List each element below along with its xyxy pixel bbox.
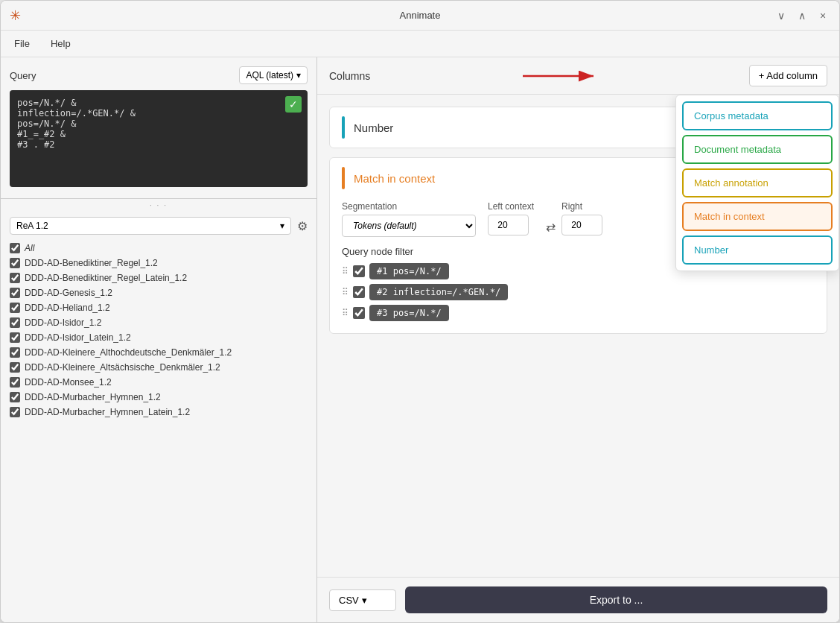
number-type-button[interactable]: Number (682, 235, 833, 265)
right-context-label: Right (561, 201, 602, 212)
corpus-checkbox[interactable] (10, 288, 20, 298)
list-item[interactable]: DDD-AD-Isidor_Latein_1.2 (10, 330, 308, 345)
maximize-button[interactable]: ∧ (795, 10, 809, 22)
match-annotation-button[interactable]: Match annotation (682, 168, 833, 197)
swap-icon[interactable]: ⇄ (546, 220, 556, 234)
drag-handle-icon[interactable]: ⠿ (342, 266, 349, 276)
corpus-label: DDD-AD-Monsee_1.2 (25, 377, 112, 388)
export-button[interactable]: Export to ... (405, 586, 827, 613)
qnf-tag-1: #1 pos=/N.*/ (369, 263, 449, 279)
query-section: Query AQL (latest) ▾ pos=/N.*/ & inflect… (1, 57, 316, 199)
list-item[interactable]: DDD-AD-Benediktiner_Regel_Latein_1.2 (10, 271, 308, 285)
qnf-tag-2: #2 inflection=/.*GEN.*/ (369, 284, 508, 300)
window-controls: ∨ ∧ × (774, 10, 830, 22)
list-item[interactable]: DDD-AD-Murbacher_Hymnen_1.2 (10, 390, 308, 405)
query-input[interactable]: pos=/N.*/ & inflection=/.*GEN.*/ & pos=/… (10, 90, 308, 187)
list-item[interactable]: DDD-AD-Kleinere_Altsächsische_Denkmäler_… (10, 360, 308, 375)
corpus-label: DDD-AD-Kleinere_Altsächsische_Denkmäler_… (25, 362, 220, 373)
close-button[interactable]: × (815, 10, 830, 22)
aql-dropdown[interactable]: AQL (latest) ▾ (239, 66, 308, 84)
drag-handle-icon[interactable]: ⠿ (342, 308, 349, 318)
corpus-label: DDD-AD-Benediktiner_Regel_Latein_1.2 (25, 273, 187, 283)
corpus-checkbox-all[interactable] (10, 243, 20, 253)
right-panel: Columns + Add column (317, 57, 839, 622)
corpus-checkbox[interactable] (10, 303, 20, 313)
query-validate-button[interactable]: ✓ (285, 96, 302, 113)
mic-title: Match in context (354, 172, 435, 185)
mic-stripe (342, 167, 345, 189)
corpus-chevron-icon: ▾ (280, 221, 284, 231)
qnf-items: ⠿ #1 pos=/N.*/ ⠿ #2 inflection=/.*GEN.*/ (342, 263, 815, 321)
corpus-label: DDD-AD-Benediktiner_Regel_1.2 (25, 258, 158, 268)
document-metadata-button[interactable]: Document metadata (682, 135, 833, 164)
list-item[interactable]: DDD-AD-Monsee_1.2 (10, 375, 308, 390)
corpus-metadata-button[interactable]: Corpus metadata (682, 101, 833, 130)
column-type-dropdown: Corpus metadata Document metadata Match … (675, 95, 839, 271)
segmentation-label: Segmentation (342, 201, 476, 212)
list-item[interactable]: DDD-AD-Benediktiner_Regel_1.2 (10, 256, 308, 271)
list-item[interactable]: DDD-AD-Heliand_1.2 (10, 300, 308, 315)
match-in-context-button[interactable]: Match in context (682, 202, 833, 231)
left-context-label: Left context (488, 201, 534, 212)
qnf-item-3: ⠿ #3 pos=/N.*/ (342, 305, 815, 321)
corpus-checkbox[interactable] (10, 392, 20, 402)
corpus-item-all[interactable]: All (10, 241, 308, 256)
corpus-checkbox[interactable] (10, 332, 20, 343)
add-column-label: + Add column (759, 70, 818, 81)
menu-file[interactable]: File (10, 35, 34, 52)
app-logo: ✳ (10, 7, 21, 24)
title-bar: ✳ Annimate ∨ ∧ × (1, 1, 839, 31)
format-chevron-icon: ▾ (362, 595, 367, 606)
corpus-list: All DDD-AD-Benediktiner_Regel_1.2 DDD-AD… (10, 241, 308, 616)
menu-bar: File Help (1, 31, 839, 57)
add-column-button[interactable]: + Add column (749, 65, 827, 86)
main-layout: Query AQL (latest) ▾ pos=/N.*/ & inflect… (1, 57, 839, 622)
menu-help[interactable]: Help (46, 35, 75, 52)
corpus-checkbox[interactable] (10, 317, 20, 328)
swap-wrap: ⇄ Right (546, 201, 602, 235)
list-item[interactable]: DDD-AD-Murbacher_Hymnen_Latein_1.2 (10, 405, 308, 420)
left-panel: Query AQL (latest) ▾ pos=/N.*/ & inflect… (1, 57, 317, 622)
segmentation-field: Segmentation Tokens (default) (342, 201, 476, 237)
export-format-dropdown[interactable]: CSV ▾ (329, 589, 396, 611)
list-item[interactable]: DDD-AD-Kleinere_Althochdeutsche_Denkmäle… (10, 345, 308, 360)
corpus-checkbox[interactable] (10, 362, 20, 373)
minimize-button[interactable]: ∨ (774, 10, 789, 22)
qnf-checkbox-1[interactable] (353, 265, 365, 277)
corpus-label: DDD-AD-Heliand_1.2 (25, 303, 110, 313)
corpus-checkbox[interactable] (10, 347, 20, 358)
corpus-checkbox[interactable] (10, 258, 20, 268)
right-context-field: Right (561, 201, 602, 235)
qnf-tag-3: #3 pos=/N.*/ (369, 305, 449, 321)
corpus-header: ReA 1.2 ▾ ⚙ (10, 217, 308, 235)
list-item[interactable]: DDD-AD-Isidor_1.2 (10, 315, 308, 330)
left-context-input[interactable] (488, 215, 529, 235)
corpus-label-all: All (25, 243, 34, 253)
qnf-checkbox-3[interactable] (353, 307, 365, 319)
qnf-checkbox-2[interactable] (353, 286, 365, 298)
corpus-settings-icon[interactable]: ⚙ (297, 219, 308, 233)
panel-divider[interactable]: · · · (1, 199, 316, 211)
bottom-bar: CSV ▾ Export to ... (317, 577, 839, 622)
check-icon: ✓ (289, 98, 298, 110)
segmentation-select[interactable]: Tokens (default) (342, 215, 476, 237)
query-header: Query AQL (latest) ▾ (10, 66, 308, 84)
corpus-label: DDD-AD-Murbacher_Hymnen_Latein_1.2 (25, 407, 190, 417)
list-item[interactable]: DDD-AD-Genesis_1.2 (10, 285, 308, 300)
app-title: Annimate (400, 10, 441, 21)
corpus-checkbox[interactable] (10, 273, 20, 283)
corpus-checkbox[interactable] (10, 407, 20, 417)
corpus-checkbox[interactable] (10, 377, 20, 388)
number-card-title: Number (354, 121, 393, 134)
arrow-indicator (370, 67, 749, 85)
right-context-input[interactable] (561, 215, 602, 235)
arrow-right-icon (515, 67, 605, 85)
corpus-label: DDD-AD-Kleinere_Althochdeutsche_Denkmäle… (25, 347, 232, 358)
drag-handle-icon: · · · (150, 201, 168, 209)
corpus-dropdown[interactable]: ReA 1.2 ▾ (10, 217, 291, 235)
columns-header: Columns + Add column (317, 57, 839, 95)
left-context-field: Left context (488, 201, 534, 235)
corpus-dropdown-label: ReA 1.2 (16, 221, 48, 231)
drag-handle-icon[interactable]: ⠿ (342, 287, 349, 297)
qnf-item-2: ⠿ #2 inflection=/.*GEN.*/ (342, 284, 815, 300)
